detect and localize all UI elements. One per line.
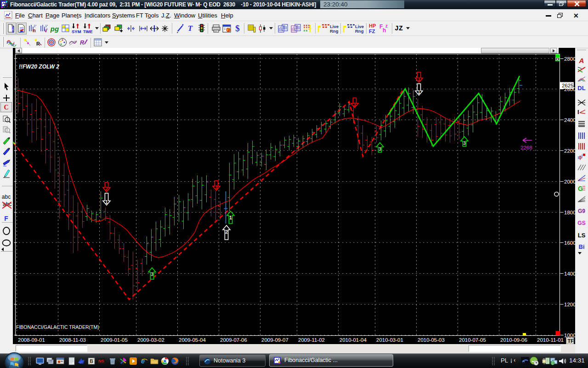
svg-text:FZ: FZ [369, 29, 375, 34]
svg-text:Rng: Rng [355, 29, 364, 34]
svg-text:NEW: NEW [11, 26, 14, 33]
svg-text:R: R [80, 39, 85, 46]
svg-text:2: 2 [228, 28, 230, 32]
svg-text:n: n [33, 28, 36, 33]
svg-text:TIME: TIME [83, 29, 93, 34]
svg-text:I: I [577, 109, 579, 115]
svg-text:HP: HP [369, 23, 376, 29]
svg-text:R: R [36, 41, 40, 46]
svg-text:e: e [141, 357, 145, 365]
svg-text:4: 4 [4, 2, 7, 8]
svg-text:Rng: Rng [330, 29, 339, 34]
svg-text:G: G [578, 185, 583, 192]
svg-text:NS: NS [98, 359, 104, 363]
svg-text:V: V [44, 28, 48, 33]
svg-text:z: z [385, 23, 388, 29]
svg-text:SYM: SYM [72, 29, 81, 34]
